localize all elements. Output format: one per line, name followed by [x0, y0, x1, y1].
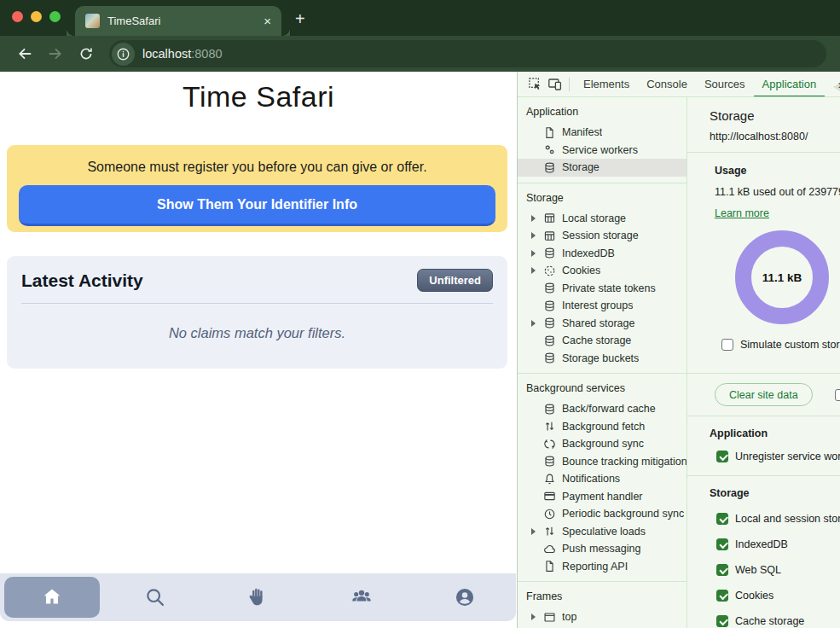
sidebar-item-top-frame[interactable]: top: [518, 608, 686, 626]
local-session-checkbox[interactable]: [716, 513, 728, 525]
latest-activity-card: Latest Activity Unfiltered No claims mat…: [7, 256, 507, 369]
section-title: Frames: [518, 587, 686, 608]
sidebar-item-background-fetch[interactable]: Background fetch: [518, 418, 686, 436]
unregister-service-workers-row: Unregister service wor: [716, 451, 840, 462]
expand-arrow-icon[interactable]: [531, 613, 536, 620]
show-identifier-button[interactable]: Show Them Your Identifier Info: [19, 185, 495, 226]
learn-more-link[interactable]: Learn more: [715, 207, 769, 219]
document-icon: [543, 560, 556, 573]
browser-toolbar: localhost:8080: [0, 36, 840, 72]
unfiltered-button[interactable]: Unfiltered: [417, 269, 493, 292]
sidebar-section-application: Application Manifest Service workers Sto…: [518, 97, 686, 183]
address-bar[interactable]: localhost:8080: [109, 40, 826, 67]
expand-arrow-icon[interactable]: [531, 267, 536, 274]
minimize-window-button[interactable]: [31, 11, 42, 22]
expand-arrow-icon[interactable]: [531, 320, 536, 327]
database-icon: [543, 282, 556, 294]
sidebar-item-indexeddb[interactable]: IndexedDB: [518, 245, 686, 263]
sidebar-item-shared-storage[interactable]: Shared storage: [518, 315, 686, 333]
expand-arrow-icon[interactable]: [531, 215, 536, 222]
nav-item-offers[interactable]: [206, 573, 310, 621]
forward-icon[interactable]: [43, 41, 68, 67]
sidebar-item-background-sync[interactable]: Background sync: [518, 435, 686, 453]
expand-arrow-icon[interactable]: [531, 250, 536, 257]
database-icon: [543, 352, 556, 364]
sidebar-item-service-workers[interactable]: Service workers: [518, 142, 686, 160]
cookies-checkbox[interactable]: [716, 590, 728, 602]
sidebar-item-periodic-background-sync[interactable]: Periodic background sync: [518, 505, 686, 523]
device-toolbar-icon[interactable]: [545, 74, 565, 95]
home-active-pill: [4, 577, 100, 618]
divider: [21, 303, 493, 304]
tab-application[interactable]: Application: [754, 72, 826, 97]
tab-strip: TimeSafari × +: [0, 0, 840, 36]
sidebar-item-storage-buckets[interactable]: Storage buckets: [518, 350, 686, 368]
inspect-element-icon[interactable]: [524, 74, 545, 95]
nav-item-profile[interactable]: [413, 573, 516, 621]
sidebar-item-interest-groups[interactable]: Interest groups: [518, 297, 686, 315]
devtools-panel: Elements Console Sources Application » A…: [517, 72, 840, 628]
zoom-window-button[interactable]: [49, 11, 61, 22]
sidebar-item-private-state-tokens[interactable]: Private state tokens: [518, 280, 686, 298]
sidebar-item-bounce-tracking-mitigation[interactable]: Bounce tracking mitigation: [518, 453, 686, 471]
site-info-icon[interactable]: [112, 43, 135, 66]
sidebar-item-notifications[interactable]: Notifications: [518, 470, 686, 488]
storage-heading: Storage: [710, 487, 840, 499]
including-checkbox[interactable]: [835, 389, 840, 401]
home-icon: [41, 586, 63, 608]
cache-storage-checkbox[interactable]: [716, 615, 728, 627]
document-icon: [543, 126, 556, 139]
sidebar-section-storage: Storage Local storage Session storage: [518, 183, 686, 375]
url-port: :8080: [191, 47, 222, 61]
expand-arrow-icon[interactable]: [531, 528, 536, 535]
tab-sources[interactable]: Sources: [696, 72, 754, 97]
section-title: Background services: [518, 379, 686, 400]
section-title: Application: [518, 102, 686, 124]
table-icon: [543, 212, 556, 224]
sidebar-item-cookies[interactable]: Cookies: [518, 262, 686, 280]
close-window-button[interactable]: [12, 11, 23, 22]
profile-icon: [454, 586, 476, 608]
payment-card-icon: [543, 490, 556, 503]
expand-arrow-icon[interactable]: [531, 232, 536, 239]
url-host: localhost: [142, 47, 191, 61]
sidebar-item-speculative-loads[interactable]: Speculative loads: [518, 523, 686, 541]
tab-close-icon[interactable]: ×: [262, 14, 273, 28]
database-icon: [543, 299, 556, 312]
sidebar-item-back-forward-cache[interactable]: Back/forward cache: [518, 400, 686, 418]
websql-checkbox[interactable]: [716, 564, 728, 576]
tab-favicon-icon: [85, 14, 100, 28]
browser-window: TimeSafari × + localhost:8080 Time Safar…: [0, 0, 840, 628]
alert-message: Someone must register you before you can…: [7, 145, 507, 175]
simulate-quota-checkbox[interactable]: [721, 339, 733, 351]
sidebar-item-local-storage[interactable]: Local storage: [518, 210, 686, 228]
new-tab-button[interactable]: +: [295, 9, 305, 36]
sidebar-item-payment-handler[interactable]: Payment handler: [518, 488, 686, 506]
browser-tab[interactable]: TimeSafari ×: [75, 6, 281, 36]
sidebar-item-storage[interactable]: Storage: [518, 159, 686, 177]
gears-icon: [543, 143, 556, 156]
sidebar-item-session-storage[interactable]: Session storage: [518, 227, 686, 245]
back-icon[interactable]: [12, 41, 38, 67]
simulate-quota-label: Simulate custom stora: [740, 339, 840, 351]
simulate-quota-row: Simulate custom stora: [721, 339, 840, 351]
up-down-arrows-icon: [543, 525, 556, 538]
nav-item-search[interactable]: [103, 573, 206, 621]
registration-alert: Someone must register you before you can…: [7, 145, 507, 232]
reload-icon[interactable]: [73, 41, 99, 67]
application-heading: Application: [710, 427, 840, 439]
nav-item-home[interactable]: [0, 573, 103, 621]
sidebar-item-reporting-api[interactable]: Reporting API: [518, 558, 686, 576]
tab-elements[interactable]: Elements: [575, 72, 638, 97]
nav-item-contacts[interactable]: [310, 573, 413, 621]
sidebar-item-manifest[interactable]: Manifest: [518, 124, 686, 142]
clear-site-data-button[interactable]: Clear site data: [715, 383, 813, 406]
tab-console[interactable]: Console: [638, 72, 696, 97]
indexeddb-checkbox[interactable]: [716, 538, 728, 550]
sidebar-item-push-messaging[interactable]: Push messaging: [518, 540, 686, 558]
local-session-storage-row: Local and session stor: [716, 513, 840, 525]
sidebar-item-cache-storage[interactable]: Cache storage: [518, 332, 686, 350]
unregister-checkbox[interactable]: [716, 451, 728, 462]
activity-heading: Latest Activity: [21, 270, 143, 291]
storage-panel: Storage http://localhost:8080/ Usage 11.…: [687, 97, 840, 628]
